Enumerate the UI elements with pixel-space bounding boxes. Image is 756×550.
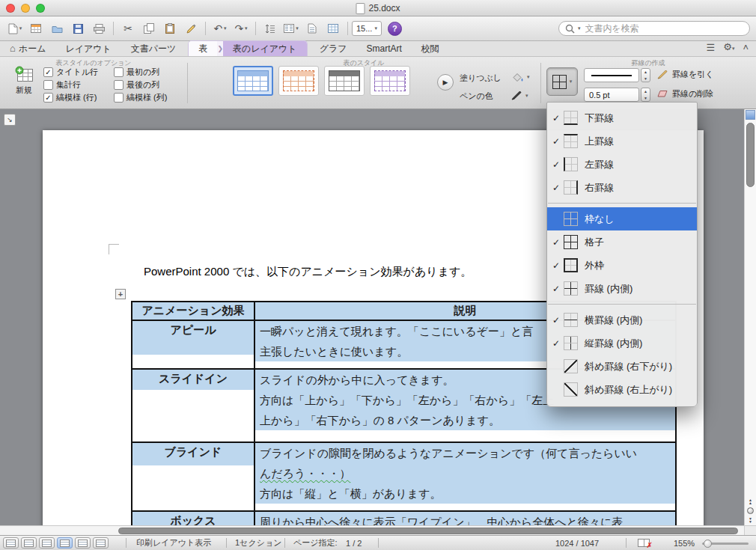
stepper-up-icon[interactable]: ▲ (641, 88, 650, 95)
menu-item-diagonal-up-border[interactable]: 斜め罫線 (右上がり) (547, 378, 697, 401)
view-publishing-button[interactable] (39, 537, 55, 549)
table-style-thumbnail-3[interactable] (324, 66, 365, 96)
menu-item-diagonal-down-border[interactable]: 斜め罫線 (右下がり) (547, 355, 697, 378)
stepper-up-icon[interactable]: ▲ (641, 69, 650, 76)
list-icon[interactable]: ☰ (707, 40, 716, 55)
more-styles-button[interactable]: ▶ (437, 74, 454, 91)
gridlines-button[interactable] (323, 19, 344, 37)
vertical-scrollbar[interactable]: ▲ ▲ ▼ ▼ (744, 109, 756, 525)
borders-button[interactable]: ▾ (546, 67, 578, 96)
table-cell-name[interactable]: アピール (132, 321, 255, 368)
gear-icon[interactable]: ⚙▾ (723, 40, 734, 56)
menu-item-right-border[interactable]: ✓右罫線 (547, 176, 697, 199)
tab-layout[interactable]: レイアウト (55, 41, 121, 56)
pen-color-button[interactable]: ▾ (509, 88, 531, 103)
line-weight-combo[interactable]: 0.5 pt (584, 88, 639, 102)
tab-charts[interactable]: グラフ (310, 41, 357, 56)
stepper-down-icon[interactable]: ▼ (641, 95, 650, 102)
open-button[interactable] (46, 19, 67, 37)
show-fields-button[interactable] (302, 19, 323, 37)
table-cell-name[interactable]: スライドイン (132, 370, 255, 441)
checkbox-total-row[interactable]: 集計行 (43, 79, 81, 91)
stepper-down-icon[interactable]: ▼ (641, 76, 650, 82)
tab-document-elements[interactable]: 文書パーツ (121, 41, 186, 56)
table-style-thumbnail-1[interactable] (233, 66, 273, 96)
tab-table-layout[interactable]: 表のレイアウト (223, 41, 307, 56)
table-style-thumbnail-2[interactable] (278, 66, 319, 96)
search-field[interactable]: ▾ (558, 21, 750, 36)
menu-item-inside-borders[interactable]: ✓罫線 (内側) (547, 277, 697, 300)
horizontal-scrollbar[interactable] (0, 525, 744, 535)
tab-tables[interactable]: 表 (189, 41, 217, 56)
zoom-button[interactable] (36, 4, 45, 13)
line-style-combo[interactable] (584, 68, 639, 82)
page-indicator-value[interactable]: 1 / 2 (346, 536, 362, 550)
save-button[interactable] (67, 19, 88, 37)
paste-button[interactable] (159, 19, 180, 37)
cut-button[interactable]: ✂ (118, 19, 138, 37)
copy-button[interactable] (138, 19, 159, 37)
new-document-button[interactable]: ▾ (4, 19, 25, 37)
page-anchor-icon[interactable]: ↘ (4, 114, 16, 126)
table-header-cell[interactable]: アニメーション効果 (132, 302, 255, 320)
undo-button[interactable]: ↶▾ (210, 19, 231, 37)
table-style-thumbnail-4[interactable] (370, 66, 410, 96)
draw-border-button[interactable]: 罫線を引く (657, 69, 714, 80)
tab-review[interactable]: 校閲 (412, 41, 449, 56)
menu-item-top-border[interactable]: ✓上罫線 (547, 129, 697, 153)
table-cell-name[interactable]: ブラインド (132, 443, 255, 510)
gallery-button[interactable] (25, 19, 46, 37)
erase-border-button[interactable]: 罫線の削除 (657, 88, 713, 100)
checkbox-header-row[interactable]: ✓タイトル行 (43, 67, 98, 78)
ribbon-collapse-icon[interactable]: ˄ (743, 40, 749, 55)
print-button[interactable] (88, 19, 109, 37)
word-count[interactable]: 1024 / 1047 (555, 536, 599, 550)
search-input[interactable] (584, 22, 743, 34)
table-cell-name[interactable]: ボックス (132, 512, 255, 525)
horizontal-scrollbar-thumb[interactable] (118, 528, 738, 534)
columns-button[interactable]: ▾ (281, 19, 302, 37)
spelling-status-icon[interactable]: ✗ (638, 539, 650, 547)
tab-home[interactable]: ⌂ホーム (0, 41, 55, 56)
checkbox-banded-columns[interactable]: 縞模様 (列) (114, 92, 167, 103)
table-cell-desc[interactable]: 周りから中心へ徐々に表示「ワイプイン」、中心から全体へと徐々に表 (255, 512, 675, 525)
vertical-scrollbar-thumb[interactable] (746, 123, 755, 187)
table-move-handle[interactable]: + (115, 289, 126, 299)
view-draft-button[interactable] (3, 537, 19, 549)
previous-page-button[interactable]: ▲ ▲ (749, 498, 752, 504)
format-painter-button[interactable] (180, 19, 201, 37)
zoom-slider[interactable] (702, 543, 749, 545)
line-style-stepper[interactable]: ▲▼ (641, 68, 650, 82)
checkbox-first-column[interactable]: 最初の列 (114, 67, 159, 78)
menu-item-inside-vertical-border[interactable]: ✓縦罫線 (内側) (547, 331, 697, 355)
table-cell-desc[interactable]: ブラインドの隙間を閉めるようなアニメーションです（何て言ったらいい んだろう・・… (255, 443, 675, 510)
line-spacing-button[interactable] (260, 19, 281, 37)
checkbox-banded-rows[interactable]: ✓縞模様 (行) (43, 92, 97, 103)
checkbox-last-column[interactable]: 最後の列 (114, 79, 159, 91)
view-print-layout-button[interactable] (57, 537, 73, 549)
menu-item-left-border[interactable]: ✓左罫線 (547, 153, 697, 176)
help-button[interactable]: ? (388, 22, 402, 36)
zoom-slider-knob[interactable] (704, 540, 712, 548)
title-bar[interactable]: 25.docx (0, 0, 756, 16)
menu-item-no-border[interactable]: 枠なし (547, 207, 697, 230)
minimize-button[interactable] (21, 4, 30, 13)
section-label[interactable]: 1セクション (235, 536, 281, 550)
view-notebook-button[interactable] (75, 537, 91, 549)
menu-item-bottom-border[interactable]: ✓下罫線 (547, 106, 697, 129)
line-weight-stepper[interactable]: ▲▼ (641, 88, 650, 102)
close-button[interactable] (6, 4, 15, 13)
view-focus-button[interactable] (93, 537, 109, 549)
menu-item-all-borders[interactable]: ✓格子 (547, 230, 697, 254)
fill-color-button[interactable]: ▾ (509, 70, 532, 85)
new-table-button[interactable]: 新規 (7, 66, 40, 96)
zoom-combo[interactable]: 15...▾ (352, 21, 382, 36)
view-outline-button[interactable] (21, 537, 37, 549)
redo-button[interactable]: ↷▾ (231, 19, 252, 37)
zoom-percent-label[interactable]: 155% (674, 536, 695, 550)
menu-item-outside-borders[interactable]: ✓外枠 (547, 254, 697, 277)
select-browse-object-button[interactable] (747, 507, 754, 514)
paragraph-text[interactable]: PowerPoint 2000 では、以下のアニメーション効果があります。 (144, 265, 472, 279)
page-indicator-label[interactable]: ページ指定: (293, 536, 338, 550)
tab-smartart[interactable]: SmartArt (356, 41, 411, 56)
